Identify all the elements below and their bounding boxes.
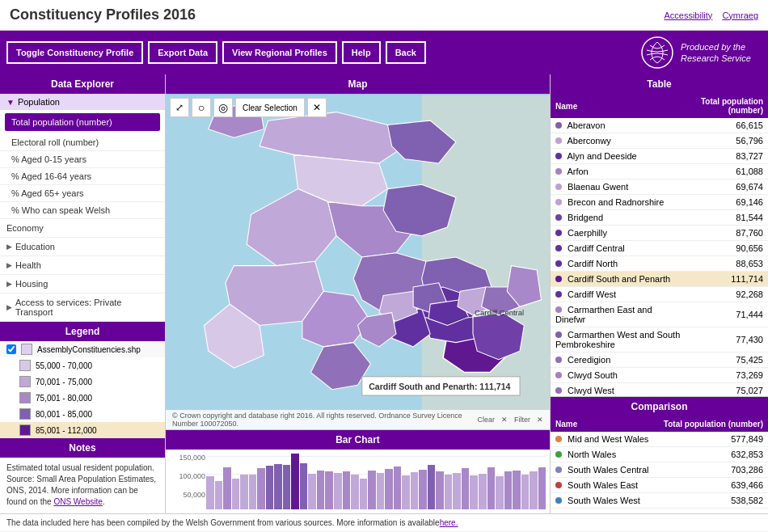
wales-map[interactable]: Cardiff South and Penarth: 111,714 Cardi… <box>166 94 550 429</box>
chart-bar[interactable] <box>223 467 231 509</box>
table-row[interactable]: Blaenau Gwent 69,674 <box>551 179 768 195</box>
chart-bar[interactable] <box>334 473 342 509</box>
table-row[interactable]: Cardiff North 88,653 <box>551 256 768 272</box>
chart-bar[interactable] <box>317 471 325 509</box>
table-row[interactable]: Clwyd South 73,269 <box>551 368 768 383</box>
ons-link[interactable]: ONS Website <box>53 497 102 506</box>
table-row[interactable]: Ceredigion 75,425 <box>551 353 768 368</box>
chart-bar[interactable] <box>266 466 274 509</box>
chart-bar[interactable] <box>360 479 368 509</box>
table-row[interactable]: Cardiff Central 90,656 <box>551 241 768 256</box>
chart-bar[interactable] <box>215 481 223 509</box>
chart-bar[interactable] <box>343 471 351 509</box>
chart-bar[interactable] <box>470 475 478 509</box>
chart-bar[interactable] <box>462 468 470 509</box>
chart-bar[interactable] <box>538 467 546 509</box>
chart-bar[interactable] <box>274 464 282 509</box>
chart-bar[interactable] <box>487 467 496 509</box>
map-filter-x[interactable]: ✕ <box>537 416 543 424</box>
table-row[interactable]: Aberavon 66,615 <box>551 118 768 133</box>
accessibility-link[interactable]: Accessibility <box>664 11 712 20</box>
table-row[interactable]: Cardiff South and Penarth 111,714 <box>551 272 768 287</box>
health-category[interactable]: ▶ Health <box>0 256 165 275</box>
chart-bar[interactable] <box>402 475 410 509</box>
de-item-welsh[interactable]: % Who can speak Welsh <box>0 202 165 219</box>
cymraeg-link[interactable]: Cymraeg <box>722 11 758 20</box>
comp-row[interactable]: South Wales Central 703,286 <box>551 462 768 478</box>
map-clear-x[interactable]: ✕ <box>501 416 508 424</box>
legend-item-55k: 55,000 - 70,000 <box>0 357 165 374</box>
chart-bar[interactable] <box>479 474 487 509</box>
comp-row[interactable]: North Wales 632,853 <box>551 447 768 462</box>
chart-bar[interactable] <box>428 465 436 509</box>
education-category[interactable]: ▶ Education <box>0 238 165 256</box>
chart-bar[interactable] <box>291 454 299 509</box>
clear-selection-btn[interactable]: Clear Selection <box>235 98 305 117</box>
chart-bar[interactable] <box>377 473 385 509</box>
chart-bar[interactable] <box>351 475 359 509</box>
housing-category[interactable]: ▶ Housing <box>0 275 165 293</box>
map-expand-btn[interactable]: ⤢ <box>170 98 189 117</box>
back-button[interactable]: Back <box>386 41 426 64</box>
chart-bar[interactable] <box>513 471 521 509</box>
chart-bar[interactable] <box>308 474 316 509</box>
table-row[interactable]: Clwyd West 75,027 <box>551 383 768 397</box>
chart-bar[interactable] <box>257 468 265 509</box>
comp-row[interactable]: South Wales West 538,582 <box>551 493 768 509</box>
de-item-electoral[interactable]: Electoral roll (number) <box>0 134 165 151</box>
chart-bar[interactable] <box>496 476 504 509</box>
chart-bar[interactable] <box>419 470 427 509</box>
map-close-btn[interactable]: ✕ <box>307 98 327 117</box>
help-button[interactable]: Help <box>342 41 381 64</box>
chart-bar[interactable] <box>368 471 376 509</box>
table-row[interactable]: Cardiff West 92,268 <box>551 287 768 302</box>
table-row[interactable]: Carmarthen West and South Pembrokeshire … <box>551 327 768 353</box>
chart-bar[interactable] <box>206 476 214 509</box>
chart-bar[interactable] <box>385 469 393 509</box>
center-panel: Map ⤢ ○ ◎ Clear Selection ✕ <box>166 74 550 513</box>
table-row[interactable]: Alyn and Deeside 83,727 <box>551 149 768 164</box>
toggle-constituency-button[interactable]: Toggle Constituency Profile <box>6 41 143 64</box>
map-filter-btn[interactable]: Filter <box>514 416 530 424</box>
comp-row[interactable]: South Wales East 639,466 <box>551 478 768 493</box>
table-row[interactable]: Aberconwy 56,796 <box>551 133 768 149</box>
population-category[interactable]: ▼ Population <box>0 94 165 110</box>
chart-bar[interactable] <box>445 475 453 509</box>
chart-bar[interactable] <box>411 472 419 509</box>
economy-category[interactable]: Economy <box>0 219 165 238</box>
map-container[interactable]: ⤢ ○ ◎ Clear Selection ✕ <box>166 94 550 429</box>
chart-bar[interactable] <box>436 471 444 509</box>
chart-bar[interactable] <box>283 465 291 509</box>
table-row[interactable]: Brecon and Radnorshire 69,146 <box>551 195 768 210</box>
de-item-age-16-64[interactable]: % Aged 16-64 years <box>0 168 165 185</box>
view-regional-button[interactable]: View Regional Profiles <box>222 41 337 64</box>
table-container[interactable]: Name Total population (number) Aberavon … <box>551 94 768 396</box>
chart-bar[interactable] <box>325 471 333 509</box>
comp-row[interactable]: Mid and West Wales 577,849 <box>551 432 768 447</box>
chart-bar[interactable] <box>249 475 257 509</box>
chart-bar[interactable] <box>453 473 461 509</box>
de-item-age-65[interactable]: % Aged 65+ years <box>0 185 165 202</box>
legend-checkbox-shp[interactable] <box>6 344 16 354</box>
chart-bar[interactable] <box>300 463 308 509</box>
chart-bar[interactable] <box>232 479 240 509</box>
access-category[interactable]: ▶ Access to services: Private Transport <box>0 293 165 322</box>
table-row[interactable]: Caerphilly 87,760 <box>551 226 768 241</box>
export-data-button[interactable]: Export Data <box>148 41 217 64</box>
comp-table-container[interactable]: Name Total population (number) Mid and W… <box>551 416 768 513</box>
map-zoom-out-btn[interactable]: ○ <box>192 98 211 117</box>
chart-bar[interactable] <box>530 471 538 509</box>
legend-title: Legend <box>0 322 165 341</box>
footer-link[interactable]: here. <box>440 518 458 527</box>
selected-item[interactable]: Total population (number) <box>5 113 160 131</box>
table-row[interactable]: Bridgend 81,544 <box>551 210 768 226</box>
table-row[interactable]: Carmarthen East and Dinefwr 71,444 <box>551 302 768 327</box>
table-row[interactable]: Arfon 61,088 <box>551 164 768 179</box>
map-zoom-in-btn[interactable]: ◎ <box>213 98 233 117</box>
chart-bar[interactable] <box>504 471 513 509</box>
map-clear-btn[interactable]: Clear <box>477 416 495 424</box>
chart-bar[interactable] <box>521 475 530 509</box>
de-item-age-0-15[interactable]: % Aged 0-15 years <box>0 151 165 168</box>
chart-bar[interactable] <box>394 467 402 509</box>
chart-bar[interactable] <box>240 475 248 509</box>
